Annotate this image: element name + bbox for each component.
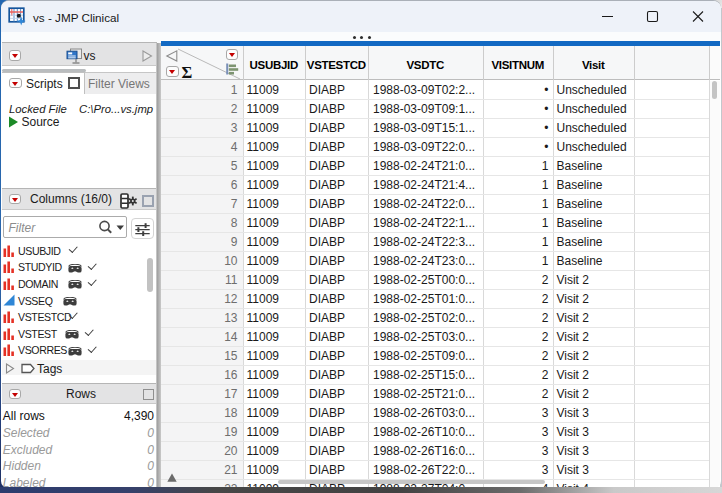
svg-text:Σ: Σ bbox=[182, 62, 193, 80]
